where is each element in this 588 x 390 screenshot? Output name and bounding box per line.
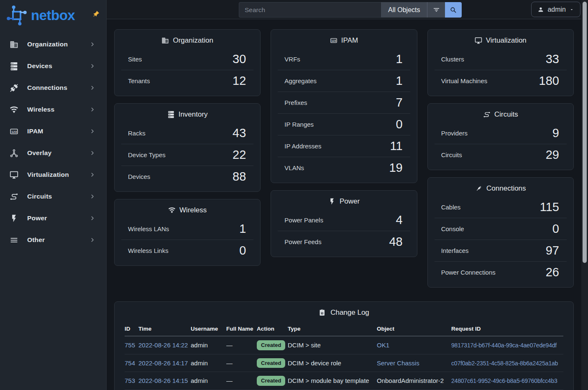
change-id-link[interactable]: 755 bbox=[125, 342, 135, 349]
request-id-link[interactable]: 24807c61-9952-49c6-b8a5-69760bfcc4b3 bbox=[451, 377, 557, 384]
user-menu-button[interactable]: admin bbox=[531, 2, 580, 17]
change-full-name: — bbox=[226, 372, 257, 390]
filter-button[interactable] bbox=[427, 2, 445, 18]
plug-icon bbox=[10, 84, 18, 92]
stat-row-tenants[interactable]: Tenants 12 bbox=[121, 70, 253, 92]
stat-row-vrfs[interactable]: VRFs 1 bbox=[278, 48, 410, 70]
stat-row-devices[interactable]: Devices 88 bbox=[121, 166, 253, 187]
stat-row-vlans[interactable]: VLANs 19 bbox=[278, 157, 410, 178]
sidebar-item-circuits[interactable]: Circuits bbox=[0, 186, 106, 207]
search-icon bbox=[450, 6, 457, 14]
wifi-icon bbox=[10, 105, 18, 114]
search-input[interactable] bbox=[239, 2, 381, 18]
card-title: Organization bbox=[115, 30, 260, 48]
sidebar-item-other[interactable]: Other bbox=[0, 229, 106, 251]
stat-row-ip-addresses[interactable]: IP Addresses 11 bbox=[278, 135, 410, 157]
sidebar-item-virtualization[interactable]: Virtualization bbox=[0, 164, 106, 186]
netbox-dashboard: netbox Organization Devices Connections bbox=[0, 0, 588, 390]
dashboard-column-2: IPAM VRFs 1 Aggregates 1 Prefixes bbox=[271, 29, 417, 257]
circuits-card: Circuits Providers 9 Circuits 29 bbox=[427, 103, 574, 170]
chevron-right-icon bbox=[89, 128, 95, 134]
stat-row-circuits[interactable]: Circuits 29 bbox=[435, 144, 567, 166]
change-object-link[interactable]: OK1 bbox=[377, 342, 389, 349]
cable-icon bbox=[475, 185, 483, 192]
wifi-icon bbox=[168, 206, 176, 214]
chevron-right-icon bbox=[89, 63, 95, 69]
change-time-link[interactable]: 2022-08-26 14:17 bbox=[138, 359, 188, 367]
scrollbar-track[interactable] bbox=[581, 0, 588, 390]
card-title: Inventory bbox=[115, 104, 260, 122]
change-log-card: Change Log ID Time Username Full Name Ac… bbox=[114, 301, 574, 390]
change-time-link[interactable]: 2022-08-26 14:15 bbox=[138, 377, 188, 384]
status-badge: Created bbox=[257, 376, 285, 386]
status-badge: Created bbox=[257, 358, 285, 368]
stat-row-prefixes[interactable]: Prefixes 7 bbox=[278, 92, 410, 113]
stat-row-interfaces[interactable]: Interfaces 97 bbox=[435, 240, 567, 261]
change-username: admin bbox=[191, 336, 226, 354]
transit-icon bbox=[10, 192, 18, 201]
request-id-link[interactable]: c07f0ab2-2351-4c58-825a-8b6a2425a1ab bbox=[451, 360, 558, 367]
lightning-icon bbox=[328, 198, 336, 205]
col-header-full-name: Full Name bbox=[226, 324, 257, 336]
building-icon bbox=[161, 37, 169, 44]
scrollbar-thumb[interactable] bbox=[583, 2, 587, 263]
col-header-id: ID bbox=[125, 324, 138, 336]
request-id-link[interactable]: 9817317d-b67f-440a-99ca-4ae07ede94df bbox=[451, 342, 557, 349]
card-title: Circuits bbox=[428, 104, 573, 122]
pin-sidebar-icon[interactable] bbox=[90, 9, 101, 19]
topbar: All Objects admin bbox=[107, 0, 581, 19]
col-header-username: Username bbox=[191, 324, 226, 336]
card-title: Virtualization bbox=[428, 30, 573, 48]
stat-row-device-types[interactable]: Device Types 22 bbox=[121, 144, 253, 166]
table-row: 753 2022-08-26 14:15 admin — Created DCI… bbox=[125, 372, 563, 390]
card-title: Power bbox=[271, 191, 417, 209]
dashboard-content: Organization Sites 30 Tenants 12 bbox=[107, 20, 581, 390]
change-full-name: — bbox=[226, 336, 257, 354]
chevron-right-icon bbox=[89, 107, 95, 112]
chevron-right-icon bbox=[89, 150, 95, 156]
virtualization-card: Virtualization Clusters 33 Virtual Machi… bbox=[427, 29, 574, 96]
stat-row-power-panels[interactable]: Power Panels 4 bbox=[278, 209, 410, 231]
stat-row-cables[interactable]: Cables 115 bbox=[435, 196, 567, 218]
stat-row-virtual-machines[interactable]: Virtual Machines 180 bbox=[435, 70, 567, 92]
sidebar-item-organization[interactable]: Organization bbox=[0, 33, 106, 55]
change-log-table: ID Time Username Full Name Action Type O… bbox=[125, 324, 563, 390]
sidebar-item-devices[interactable]: Devices bbox=[0, 55, 106, 77]
transit-icon bbox=[483, 111, 491, 118]
monitor-icon bbox=[10, 171, 18, 179]
sidebar-item-wireless[interactable]: Wireless bbox=[0, 99, 106, 120]
stat-row-clusters[interactable]: Clusters 33 bbox=[435, 48, 567, 70]
change-time-link[interactable]: 2022-08-26 14:22 bbox=[138, 342, 188, 349]
change-type: DCIM > site bbox=[288, 336, 377, 354]
table-header-row: ID Time Username Full Name Action Type O… bbox=[125, 324, 563, 336]
stat-row-aggregates[interactable]: Aggregates 1 bbox=[278, 70, 410, 92]
stat-row-providers[interactable]: Providers 9 bbox=[435, 122, 567, 144]
chevron-right-icon bbox=[89, 172, 95, 178]
change-object-link[interactable]: Server Chassis bbox=[377, 359, 419, 367]
stat-row-racks[interactable]: Racks 43 bbox=[121, 122, 253, 144]
dashboard-column-1: Organization Sites 30 Tenants 12 bbox=[114, 29, 261, 266]
stat-row-wireless-links[interactable]: Wireless Links 0 bbox=[121, 240, 253, 261]
stat-row-wireless-lans[interactable]: Wireless LANs 1 bbox=[121, 218, 253, 240]
change-type: DCIM > device role bbox=[288, 354, 377, 372]
stat-row-power-feeds[interactable]: Power Feeds 48 bbox=[278, 231, 410, 252]
change-object: OnboardAdministrator-2 bbox=[377, 372, 451, 390]
inventory-card: Inventory Racks 43 Device Types 22 Devic… bbox=[114, 103, 261, 192]
card-title: Wireless bbox=[115, 199, 260, 218]
change-log-title: Change Log bbox=[125, 308, 563, 317]
chevron-right-icon bbox=[89, 85, 95, 91]
stat-row-sites[interactable]: Sites 30 bbox=[121, 48, 253, 70]
search-submit-button[interactable] bbox=[445, 2, 462, 18]
sidebar-item-connections[interactable]: Connections bbox=[0, 77, 106, 99]
netbox-logo[interactable]: netbox bbox=[5, 4, 75, 27]
sidebar-item-overlay[interactable]: Overlay bbox=[0, 142, 106, 164]
sidebar-item-ipam[interactable]: IPAM bbox=[0, 120, 106, 142]
stat-row-ip-ranges[interactable]: IP Ranges 0 bbox=[278, 113, 410, 135]
lightning-icon bbox=[10, 214, 18, 223]
change-id-link[interactable]: 753 bbox=[125, 377, 135, 384]
change-id-link[interactable]: 754 bbox=[125, 359, 135, 367]
sidebar-item-power[interactable]: Power bbox=[0, 207, 106, 229]
search-scope-button[interactable]: All Objects bbox=[381, 2, 427, 18]
stat-row-power-connections[interactable]: Power Connections 26 bbox=[435, 261, 567, 283]
stat-row-console[interactable]: Console 0 bbox=[435, 218, 567, 240]
